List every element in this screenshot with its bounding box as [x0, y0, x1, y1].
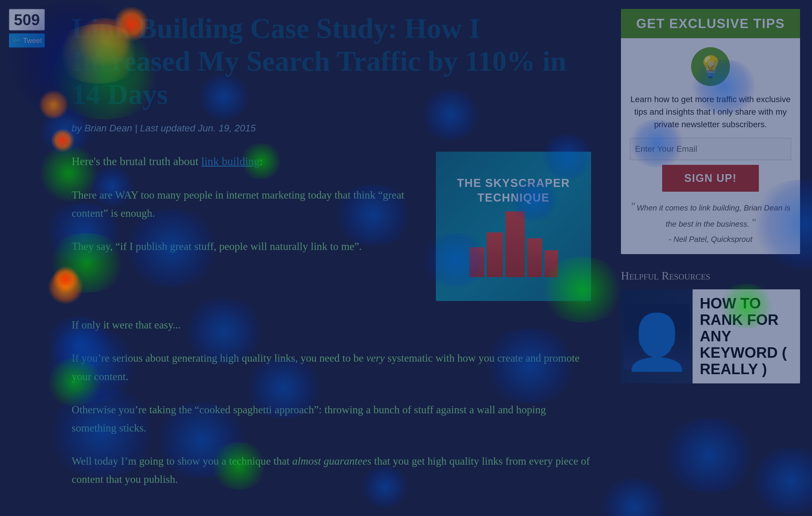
person-silhouette-icon: 👤 [623, 316, 691, 369]
resource-image: 👤 [621, 289, 693, 383]
sidebar: GET EXCLUSIVE TIPS 💡 Learn how to get mo… [609, 0, 812, 516]
building-medium-2 [527, 238, 542, 277]
paragraph-5: Otherwise you’re taking the “cooked spag… [71, 401, 591, 437]
building-short-2 [545, 250, 558, 277]
exclusive-tips-title: GET EXCLUSIVE TIPS [630, 16, 791, 31]
intro-colon: : [260, 155, 263, 168]
lightbulb-icon-wrapper: 💡 [691, 47, 730, 86]
image-title-line1: THE SKYSCRAPER [457, 176, 570, 191]
resource-person: 👤 [624, 304, 690, 369]
content-with-image: Here's the brutal truth about link build… [71, 152, 591, 301]
main-content: Link Building Case Study: How I Increase… [54, 0, 609, 516]
share-bar: 509 🐦 Tweet [0, 0, 54, 516]
testimonial-text: When it comes to link building, Brian De… [637, 203, 790, 228]
building-tall [505, 211, 525, 277]
signup-button[interactable]: SIGN UP! [662, 165, 759, 192]
share-count-number: 509 [12, 12, 42, 27]
article-title: Link Building Case Study: How I Increase… [71, 12, 591, 111]
open-quote: " [631, 201, 635, 213]
paragraph-2: They say, “if I publish great stuff, peo… [71, 237, 418, 256]
article-body: Here's the brutal truth about link build… [71, 152, 591, 489]
tweet-button[interactable]: 🐦 Tweet [9, 33, 45, 48]
paragraph-3: If only it were that easy... [71, 316, 591, 334]
article-meta: by Brian Dean | Last updated Jun. 19, 20… [71, 123, 591, 134]
paragraph-6: Well today I’m going to show you a techn… [71, 452, 591, 489]
testimonial: " When it comes to link building, Brian … [630, 199, 791, 245]
paragraph-4: If you’re serious about generating high … [71, 349, 591, 385]
building-illustration [469, 211, 558, 277]
image-title: THE SKYSCRAPER TECHNIQUE [457, 176, 570, 205]
paragraph-4-start: If you’re serious about generating high … [71, 352, 366, 364]
page-wrapper: 509 🐦 Tweet Link Building Case Study: Ho… [0, 0, 812, 516]
exclusive-tips-box: GET EXCLUSIVE TIPS 💡 Learn how to get mo… [621, 9, 800, 254]
helpful-resources: Helpful Resources 👤 HOW TO RANK FOR ANY … [621, 269, 800, 383]
paragraph-4-em: very [366, 352, 385, 364]
building-short [469, 247, 484, 277]
link-building-link[interactable]: link building [201, 155, 259, 168]
email-input[interactable] [630, 138, 791, 160]
share-count-box: 509 [9, 9, 45, 30]
paragraph-6-start: Well today I’m going to show you a techn… [71, 455, 292, 467]
exclusive-tips-description: Learn how to get more traffic with exclu… [630, 93, 791, 131]
paragraph-6-em: almost guarantees [292, 455, 371, 467]
intro-paragraph: Here's the brutal truth about link build… [71, 152, 418, 171]
twitter-icon: 🐦 [12, 36, 21, 45]
image-title-line2: TECHNIQUE [457, 191, 570, 205]
building-medium [487, 232, 503, 277]
testimonial-author: - Neil Patel, Quicksprout [630, 233, 791, 245]
exclusive-tips-body: 💡 Learn how to get more traffic with exc… [621, 38, 800, 254]
exclusive-tips-header: GET EXCLUSIVE TIPS [621, 9, 800, 38]
close-quote: " [751, 217, 755, 229]
paragraph-1: There are WAY too many people in interne… [71, 186, 418, 223]
helpful-resources-title: Helpful Resources [621, 269, 800, 282]
resource-title-text: HOW TO RANK FOR ANY KEYWORD ( REALLY ) [700, 295, 793, 377]
resource-card[interactable]: 👤 HOW TO RANK FOR ANY KEYWORD ( REALLY ) [621, 289, 800, 383]
intro-text: Here's the brutal truth about [71, 155, 201, 168]
article-image: THE SKYSCRAPER TECHNIQUE [436, 152, 591, 301]
resource-text: HOW TO RANK FOR ANY KEYWORD ( REALLY ) [693, 289, 800, 383]
lightbulb-icon: 💡 [698, 54, 724, 79]
tweet-label: Tweet [23, 36, 42, 45]
text-portion: Here's the brutal truth about link build… [71, 152, 418, 270]
